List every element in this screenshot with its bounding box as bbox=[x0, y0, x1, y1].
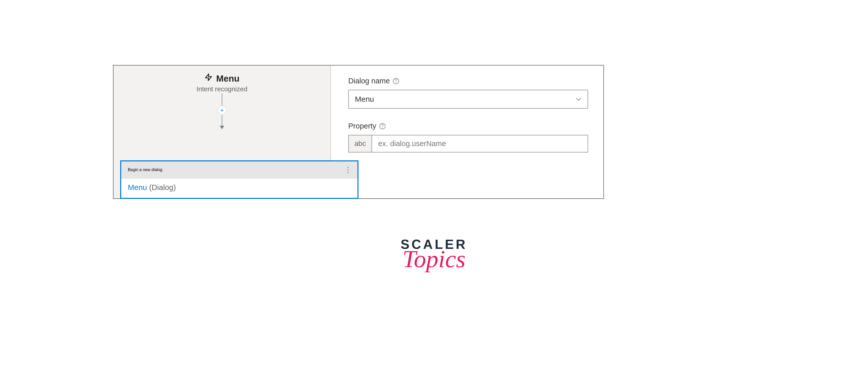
dialog-node-title: Begin a new dialog bbox=[128, 168, 162, 172]
connector-arrow bbox=[222, 115, 222, 129]
help-icon[interactable]: ? bbox=[379, 123, 385, 129]
add-node-button[interactable]: + bbox=[217, 106, 226, 115]
dialog-node-body: Menu (Dialog) bbox=[121, 178, 358, 198]
dialog-link[interactable]: Menu bbox=[128, 183, 147, 192]
svg-marker-0 bbox=[206, 74, 212, 81]
connector-line bbox=[222, 94, 222, 106]
dialog-name-label: Dialog name ? bbox=[348, 77, 588, 85]
select-value: Menu bbox=[355, 95, 374, 103]
chevron-down-icon bbox=[576, 96, 582, 102]
property-input-wrap: abc bbox=[348, 135, 588, 153]
dialog-node[interactable]: Begin a new dialog ⋯ Menu (Dialog) bbox=[120, 160, 359, 199]
property-input[interactable] bbox=[372, 135, 588, 152]
properties-panel: Dialog name ? Menu Property ? abc bbox=[331, 66, 603, 198]
lightning-icon bbox=[205, 73, 213, 84]
help-icon[interactable]: ? bbox=[393, 78, 399, 84]
trigger-title: Menu bbox=[216, 73, 239, 83]
field-label-text: Property bbox=[348, 122, 376, 130]
property-label: Property ? bbox=[348, 122, 588, 130]
property-field: Property ? abc bbox=[348, 122, 588, 153]
canvas-panel: Menu Intent recognized + Begin a new dia… bbox=[114, 66, 331, 198]
dialog-node-header: Begin a new dialog ⋯ bbox=[121, 161, 358, 178]
trigger-header: Menu bbox=[205, 73, 239, 84]
scaler-topics-logo: SCALER Topics bbox=[401, 238, 467, 268]
composer-layout: Menu Intent recognized + Begin a new dia… bbox=[113, 65, 604, 199]
property-type-prefix[interactable]: abc bbox=[349, 135, 372, 152]
dialog-name-select[interactable]: Menu bbox=[348, 90, 588, 109]
field-label-text: Dialog name bbox=[348, 77, 390, 85]
dialog-type: (Dialog) bbox=[147, 183, 176, 192]
dialog-name-field: Dialog name ? Menu bbox=[348, 77, 588, 109]
more-icon[interactable]: ⋯ bbox=[344, 166, 352, 173]
logo-topics-text: Topics bbox=[401, 250, 467, 268]
trigger-subtitle: Intent recognized bbox=[196, 85, 247, 93]
